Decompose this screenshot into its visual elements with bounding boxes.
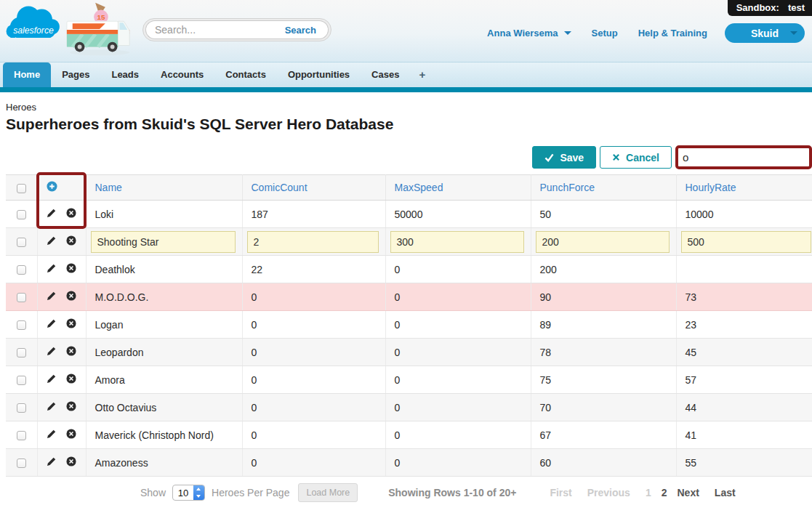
edit-row-icon[interactable] <box>47 209 56 220</box>
cell-name: M.O.D.O.G. <box>95 291 149 303</box>
edit-row-icon[interactable] <box>47 429 56 441</box>
edit-row-icon[interactable] <box>47 291 56 303</box>
delete-row-icon[interactable] <box>66 208 76 220</box>
row-checkbox[interactable] <box>17 210 26 219</box>
table-row: Leopardon 0 0 78 45 <box>6 339 812 366</box>
tab-accounts[interactable]: Accounts <box>150 62 214 87</box>
cell-name: Logan <box>95 319 124 331</box>
row-checkbox[interactable] <box>17 459 26 468</box>
page-size-value: 10 <box>173 488 193 498</box>
column-header-name[interactable]: Name <box>86 175 242 201</box>
global-search-input[interactable] <box>146 24 281 36</box>
row-checkbox[interactable] <box>17 265 26 275</box>
add-tab-button[interactable]: + <box>410 62 434 87</box>
cell-hourlyrate: 44 <box>686 402 697 413</box>
load-more-button[interactable]: Load More <box>298 483 358 502</box>
tab-home[interactable]: Home <box>3 62 51 87</box>
tab-pages[interactable]: Pages <box>51 62 100 87</box>
column-header-comiccount[interactable]: ComicCount <box>242 175 385 201</box>
up-down-stepper-icon[interactable] <box>193 485 204 501</box>
delete-row-icon[interactable] <box>66 373 76 386</box>
pagination-page-2[interactable]: 2 <box>662 487 667 498</box>
app-name: Skuid <box>751 28 779 39</box>
cell-maxspeed: 50000 <box>395 209 423 220</box>
main-content: Heroes Superheroes from Skuid's SQL Serv… <box>0 102 812 502</box>
cell-punchforce: 70 <box>540 402 552 413</box>
cell-maxspeed: 0 <box>395 264 401 275</box>
pagination-previous[interactable]: Previous <box>587 487 630 498</box>
cell-punchforce: 89 <box>540 319 552 331</box>
cell-name: Otto Octavius <box>95 402 157 413</box>
pagination-next[interactable]: Next <box>677 487 699 498</box>
cell-hourlyrate: 10000 <box>686 209 714 220</box>
column-header-hourlyrate[interactable]: HourlyRate <box>676 175 812 201</box>
table-footer: Show 10 Heroes Per Page Load More Showin… <box>6 483 812 502</box>
tab-leads[interactable]: Leads <box>100 62 150 87</box>
column-header-punchforce[interactable]: PunchForce <box>531 175 676 201</box>
page-size-select[interactable]: 10 <box>172 485 205 501</box>
tab-cases[interactable]: Cases <box>361 62 410 87</box>
cell-comiccount: 0 <box>252 347 257 358</box>
page: salesforce 15 Search Anna Wiersema <box>0 0 812 513</box>
tab-contacts[interactable]: Contacts <box>214 62 277 87</box>
cell-maxspeed: 0 <box>395 347 401 358</box>
delete-row-icon[interactable] <box>66 263 76 275</box>
cell-comiccount: 0 <box>252 429 257 441</box>
help-training-link[interactable]: Help & Training <box>638 28 707 39</box>
chevron-down-icon <box>790 31 797 35</box>
row-checkbox[interactable] <box>17 403 26 413</box>
delete-row-icon[interactable] <box>66 318 76 331</box>
table-row: Loki 187 50000 50 10000 <box>6 201 812 228</box>
row-checkbox[interactable] <box>17 431 26 440</box>
app-switcher-button[interactable]: Skuid <box>725 23 805 43</box>
row-checkbox[interactable] <box>17 348 26 358</box>
delete-row-icon[interactable] <box>66 346 76 358</box>
table-row: Amora 0 0 75 57 <box>6 366 812 394</box>
user-name-link[interactable]: Anna Wiersema <box>487 28 558 39</box>
table-row: Deathlok 22 0 200 <box>6 256 812 283</box>
edit-row-icon[interactable] <box>47 347 56 358</box>
cell-maxspeed: 300 <box>390 231 524 253</box>
row-checkbox[interactable] <box>17 238 26 247</box>
add-row-icon[interactable] <box>47 181 57 194</box>
cell-name: Leopardon <box>95 347 144 358</box>
show-label: Show <box>140 487 166 498</box>
cell-hourlyrate: 73 <box>686 291 697 303</box>
delete-row-icon[interactable] <box>66 401 76 413</box>
cell-punchforce: 60 <box>540 457 552 469</box>
edit-row-icon[interactable] <box>47 374 56 386</box>
cell-name: Loki <box>95 209 114 220</box>
select-all-checkbox[interactable] <box>17 184 26 193</box>
pagination-page-1[interactable]: 1 <box>646 487 651 498</box>
x-icon <box>612 153 620 161</box>
table-toolbar: Save Cancel <box>6 145 812 169</box>
delete-row-icon[interactable] <box>66 235 76 248</box>
tab-opportunities[interactable]: Opportunities <box>277 62 361 87</box>
delete-row-icon[interactable] <box>66 429 76 441</box>
page-title: Superheroes from Skuid's SQL Server Hero… <box>6 116 812 133</box>
pagination-last[interactable]: Last <box>715 487 736 498</box>
row-checkbox[interactable] <box>17 320 26 330</box>
sandbox-badge: Sandbox:test <box>728 0 812 16</box>
edit-row-icon[interactable] <box>47 402 56 413</box>
save-button[interactable]: Save <box>532 146 596 169</box>
table-row: Shooting Star 2 300 200 500 <box>6 228 812 256</box>
global-search-button[interactable]: Search <box>281 20 329 39</box>
row-checkbox[interactable] <box>17 376 26 385</box>
sandbox-name: test <box>788 2 805 13</box>
cancel-button[interactable]: Cancel <box>600 146 672 169</box>
setup-link[interactable]: Setup <box>592 28 618 39</box>
salesforce-logo-icon: salesforce <box>3 2 64 46</box>
user-menu[interactable]: Anna Wiersema <box>487 28 571 39</box>
edit-row-icon[interactable] <box>47 319 56 331</box>
pagination-first[interactable]: First <box>550 487 571 498</box>
table-row: Otto Octavius 0 0 70 44 <box>6 394 812 421</box>
row-checkbox[interactable] <box>17 293 26 302</box>
edit-row-icon[interactable] <box>47 264 56 275</box>
table-filter-input[interactable] <box>675 145 812 169</box>
delete-row-icon[interactable] <box>66 291 76 303</box>
column-header-maxspeed[interactable]: MaxSpeed <box>385 175 531 201</box>
edit-row-icon[interactable] <box>47 236 56 248</box>
delete-row-icon[interactable] <box>66 456 76 469</box>
edit-row-icon[interactable] <box>47 457 56 469</box>
